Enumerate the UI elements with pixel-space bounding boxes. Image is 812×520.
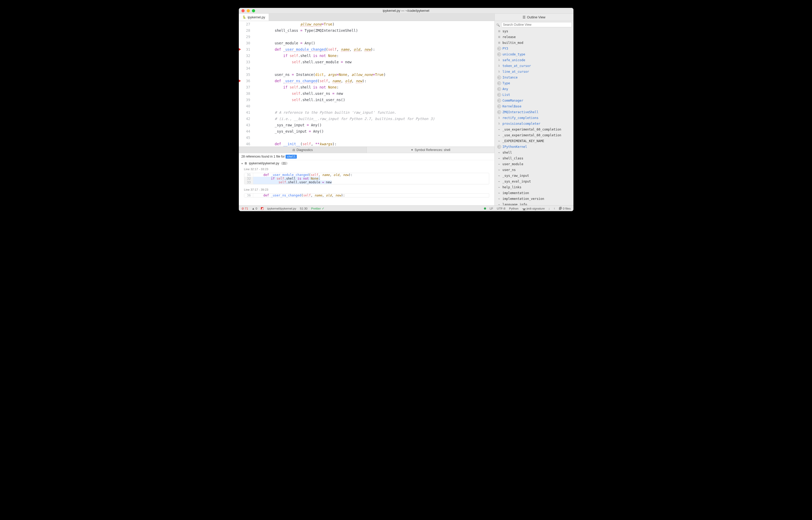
- status-encoding[interactable]: UTF-8: [497, 207, 505, 210]
- outline-item[interactable]: Instance: [495, 75, 573, 80]
- outline-item-label: _sys_eval_input: [503, 179, 531, 184]
- outline-item-label: _use_experimental_60_completion: [503, 133, 561, 138]
- status-green-dot-icon[interactable]: [484, 207, 486, 210]
- diagnostics-icon: ⚖: [292, 148, 295, 152]
- outline-item[interactable]: provisionalcompleter: [495, 121, 573, 127]
- status-file-path[interactable]: ipykernel/ipykernel.py: [267, 207, 296, 210]
- outline-item[interactable]: Type: [495, 80, 573, 86]
- reference-snippet-2[interactable]: 36 def _user_ns_changed(self, name, old,…: [244, 193, 489, 198]
- outline-item[interactable]: ZMQInteractiveShell: [495, 109, 573, 115]
- outline-item[interactable]: List: [495, 92, 573, 98]
- c-icon: [497, 105, 501, 108]
- outline-item[interactable]: user_ns: [495, 167, 573, 173]
- outline-item-label: help_links: [503, 185, 522, 190]
- code-editor[interactable]: 2728293031323334353637383940414243444546…: [239, 21, 495, 147]
- references-summary-text: 28 references found in 1 file for: [242, 155, 286, 158]
- zoom-icon[interactable]: [252, 9, 255, 12]
- outline-search-row: [495, 21, 573, 28]
- outline-item[interactable]: rectify_completions: [495, 115, 573, 121]
- tab-diagnostics[interactable]: ⚖ Diagnostics: [239, 147, 367, 153]
- fn-icon: [497, 116, 501, 120]
- outline-item-label: release: [503, 35, 516, 40]
- outline-item[interactable]: _use_experimental_60_completion: [495, 132, 573, 138]
- reference-range-1[interactable]: Line 32:17 - 33:23: [239, 166, 495, 172]
- file-icon: 🗎: [244, 161, 248, 165]
- outline-item[interactable]: user_module: [495, 161, 573, 167]
- outline-item[interactable]: _EXPERIMENTAL_KEY_NAME: [495, 138, 573, 144]
- outline-item[interactable]: KernelBase: [495, 103, 573, 109]
- status-warning-count: 0: [256, 207, 257, 210]
- chevron-down-icon: ▾: [242, 162, 243, 165]
- references-panel[interactable]: 28 references found in 1 file for shell …: [239, 153, 495, 205]
- outline-item[interactable]: line_at_cursor: [495, 69, 573, 75]
- minimize-icon[interactable]: [247, 9, 250, 12]
- fn-icon: [497, 70, 501, 74]
- outline-item-label: ZMQInteractiveShell: [503, 110, 538, 114]
- python-icon: 🐍: [243, 16, 246, 19]
- status-prettier[interactable]: Prettier ✓: [311, 207, 324, 210]
- outline-item[interactable]: release: [495, 34, 573, 40]
- c-icon: [497, 81, 501, 85]
- download-icon[interactable]: ↓: [549, 207, 550, 210]
- gutter-marks: [239, 21, 242, 147]
- references-file-row[interactable]: ▾ 🗎 ipykernel/ipykernel.py 21: [239, 160, 495, 166]
- status-warnings[interactable]: ▲ 0: [252, 207, 257, 210]
- references-file-path: ipykernel/ipykernel.py: [249, 161, 279, 165]
- var-icon: [497, 197, 501, 201]
- status-errors[interactable]: ⊘ 71: [242, 207, 248, 210]
- warning-icon: ▲: [252, 207, 255, 210]
- reference-range-2[interactable]: Line 37:17 - 39:23: [239, 187, 495, 192]
- outline-item[interactable]: help_links: [495, 184, 573, 190]
- outline-item-label: user_ns: [503, 167, 516, 172]
- c-icon: [497, 47, 501, 50]
- status-files[interactable]: 🗐 0 files: [559, 207, 570, 210]
- outline-item-label: IPythonKernel: [503, 145, 527, 149]
- line-number-gutter: 2728293031323334353637383940414243444546: [242, 21, 254, 147]
- references-symbol-chip: shell: [285, 155, 297, 159]
- references-icon: ✦: [411, 148, 413, 152]
- var-icon: [497, 203, 501, 205]
- outline-item[interactable]: token_at_cursor: [495, 63, 573, 69]
- outline-search-input[interactable]: [501, 22, 572, 27]
- outline-item[interactable]: PY3: [495, 46, 573, 51]
- outline-item[interactable]: implementation: [495, 190, 573, 196]
- outline-item-label: _use_experimental_60_completion: [503, 127, 561, 132]
- outline-item[interactable]: CommManager: [495, 98, 573, 103]
- outline-item[interactable]: sys: [495, 28, 573, 34]
- outline-item[interactable]: Any: [495, 86, 573, 92]
- outline-item-label: safe_unicode: [503, 58, 525, 62]
- status-eol[interactable]: LF: [490, 207, 493, 210]
- code-content[interactable]: allow_none=True) shell_class = Type(ZMQI…: [254, 21, 495, 147]
- status-signature[interactable]: ᚘ jedi-signature: [522, 207, 545, 210]
- outline-item[interactable]: IPythonKernel: [495, 144, 573, 150]
- status-language[interactable]: Python: [509, 207, 519, 210]
- outline-item[interactable]: _sys_eval_input: [495, 179, 573, 184]
- outline-item[interactable]: builtin_mod: [495, 40, 573, 46]
- pkg-icon: [497, 35, 501, 39]
- outline-item[interactable]: shell: [495, 150, 573, 155]
- var-icon: [497, 162, 501, 166]
- app-window: ipykernel.py — ~/code/ipykernel 🐍 ipyker…: [239, 8, 573, 211]
- var-icon: [497, 180, 501, 183]
- references-summary: 28 references found in 1 file for shell: [239, 153, 495, 160]
- status-bar: ⊘ 71 ▲ 0 ipykernel/ipykernel.py 51:30 Pr…: [239, 205, 573, 211]
- outline-item[interactable]: _use_experimental_60_completion: [495, 127, 573, 132]
- outline-item[interactable]: shell_class: [495, 155, 573, 161]
- bottom-panel-tabs: ⚖ Diagnostics ✦ Symbol References: shell: [239, 147, 495, 153]
- outline-item[interactable]: safe_unicode: [495, 57, 573, 63]
- status-indicator-icon[interactable]: [261, 207, 263, 210]
- outline-item[interactable]: implementation_version: [495, 196, 573, 202]
- reference-snippet-1[interactable]: 31 def _user_module_changed(self, name, …: [244, 173, 489, 184]
- traffic-lights: [239, 9, 255, 12]
- pkg-icon: [497, 41, 501, 45]
- upload-icon[interactable]: ↑: [554, 207, 555, 210]
- close-icon[interactable]: [242, 9, 245, 12]
- var-icon: [497, 157, 501, 160]
- outline-list[interactable]: sysreleasebuiltin_modPY3unicode_typesafe…: [495, 28, 573, 205]
- outline-item[interactable]: unicode_type: [495, 51, 573, 57]
- outline-item[interactable]: language_info: [495, 202, 573, 205]
- tab-symbol-references[interactable]: ✦ Symbol References: shell: [367, 147, 495, 153]
- tab-ipykernel[interactable]: 🐍 ipykernel.py: [239, 14, 269, 21]
- outline-item[interactable]: _sys_raw_input: [495, 173, 573, 179]
- status-cursor-pos[interactable]: 51:30: [300, 207, 308, 210]
